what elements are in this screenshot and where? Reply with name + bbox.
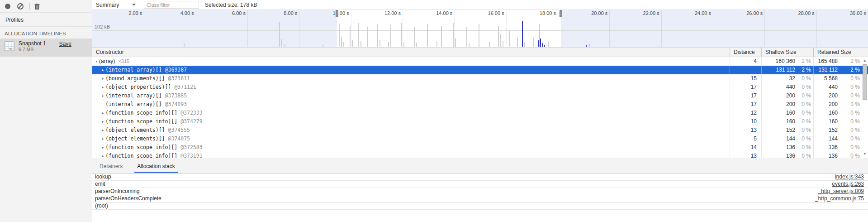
scrollbar-thumb[interactable] [863, 64, 867, 100]
retained-size-cell: 5 5680 % [813, 74, 868, 83]
timeline-gridline [351, 10, 351, 47]
allocation-bar [542, 43, 543, 47]
retained-size-cell: 1360 % [813, 152, 868, 158]
retained-size-cell: 1360 % [813, 143, 868, 152]
source-location-link[interactable]: events.js:263 [832, 181, 864, 187]
table-row[interactable]: ▸(function scope info)[]@372583141360 %1… [92, 143, 868, 152]
vertical-scrollbar[interactable]: ▲ ▼ [862, 57, 868, 158]
shallow-size-value: 32 [762, 74, 795, 83]
retained-size-value: 200 [814, 100, 838, 109]
expander-icon[interactable]: ▸ [100, 109, 105, 117]
stack-frame-row: parserOnIncoming_http_server.js:809 [92, 188, 868, 195]
class-filter-input[interactable] [144, 1, 199, 9]
snapshot-text: Snapshot 1 6.7 MB [19, 40, 46, 57]
timeline-gridline [506, 10, 507, 47]
shallow-size-percent: 0 % [795, 152, 813, 158]
tab-retainers[interactable]: Retainers [97, 163, 125, 173]
expander-icon[interactable]: ▸ [100, 92, 105, 100]
expander-icon[interactable]: ▸ [100, 74, 105, 83]
shallow-size-percent: 2 % [795, 66, 813, 74]
column-header-shallow-size[interactable]: Shallow Size [761, 48, 813, 57]
distance-cell: 10 [730, 117, 761, 126]
object-id: @371121 [174, 83, 196, 92]
table-row[interactable]: ▸(internal array)[]@369387–131 1122 %131… [92, 66, 868, 74]
allocation-bar [343, 42, 344, 47]
time-tick-label: 28.00 s [789, 10, 815, 16]
table-row[interactable]: ▸(object elements)[]@374555131520 %1520 … [92, 126, 868, 135]
time-tick-label: 4.00 s [169, 10, 194, 16]
selection-handle-right[interactable] [560, 10, 562, 17]
time-tick-label: 6.00 s [220, 10, 246, 16]
profiles-panel-title: Profiles [0, 13, 92, 27]
expander-icon[interactable]: ▾ [94, 57, 99, 66]
expander-icon[interactable]: ▸ [100, 117, 105, 126]
perspective-dropdown[interactable]: Summary [92, 2, 140, 8]
retained-size-value: 160 [814, 109, 838, 117]
expander-icon[interactable]: ▸ [100, 83, 105, 92]
shallow-size-cell: 1600 % [761, 109, 813, 117]
column-header-retained-size[interactable]: Retained Size [813, 48, 868, 57]
table-row[interactable]: ▸(function scope info)[]@372333121600 %1… [92, 109, 868, 117]
expander-icon[interactable]: ▸ [100, 126, 105, 135]
source-location-link[interactable]: _http_server.js:809 [818, 188, 864, 194]
table-row[interactable]: ▸(object properties)[]@371121174400 %440… [92, 83, 868, 92]
distance-cell: 15 [730, 74, 761, 83]
chevron-down-icon [132, 4, 136, 6]
source-location-link[interactable]: index.js:343 [835, 174, 864, 180]
profiles-sidebar: Profiles ALLOCATION TIMELINES % Snapshot… [0, 0, 92, 222]
shallow-size-cell: 2000 % [761, 92, 813, 100]
table-row[interactable]: (internal array)[]@374093172000 %2000 % [92, 100, 868, 109]
save-link[interactable]: Save [59, 41, 71, 47]
constructor-cell: ▸(internal array)[]@369387 [92, 66, 730, 74]
record-icon[interactable] [5, 4, 10, 9]
table-row[interactable]: ▾(array)×3154160 3602 %165 4882 % [92, 57, 868, 66]
expander-icon[interactable]: ▸ [100, 143, 105, 152]
table-row[interactable]: ▸(bound arguments)[]@37361115320 %5 5680… [92, 74, 868, 83]
shallow-size-percent: 0 % [795, 135, 813, 143]
shallow-size-value: 200 [762, 100, 795, 109]
source-location-link[interactable]: _http_common.js:75 [815, 195, 864, 202]
shallow-size-cell: 1600 % [761, 117, 813, 126]
shallow-size-cell: 4400 % [761, 83, 813, 92]
selection-handle-left[interactable] [336, 10, 338, 17]
overview-timeline[interactable]: 102 kB 2.00 s4.00 s6.00 s8.00 s10.00 s12… [92, 10, 868, 47]
time-tick-label: 2.00 s [117, 10, 142, 16]
expander-icon[interactable]: ▸ [100, 152, 105, 158]
table-row[interactable]: ▸(function scope info)[]@373191131360 %1… [92, 152, 868, 158]
constructor-cell: (internal array)[]@374093 [92, 100, 730, 109]
shallow-size-value: 160 [762, 109, 795, 117]
tab-allocation-stack[interactable]: Allocation stack [134, 163, 177, 173]
table-row[interactable]: ▸(internal array)[]@373885172000 %2000 % [92, 92, 868, 100]
allocation-bar [540, 39, 541, 47]
stack-function-name: emit [95, 181, 105, 187]
scroll-down-icon[interactable]: ▼ [862, 151, 868, 157]
constructor-name: (function scope info)[] [105, 143, 177, 152]
column-header-distance[interactable]: Distance [730, 48, 761, 57]
allocation-bar [281, 39, 282, 47]
scroll-up-icon[interactable]: ▲ [862, 58, 868, 63]
shallow-size-value: 200 [762, 92, 795, 100]
shallow-size-percent: 2 % [795, 57, 813, 66]
clear-all-icon[interactable] [17, 3, 24, 10]
allocation-bar [589, 44, 590, 47]
toolbar-separator [29, 3, 30, 10]
timeline-gridline [609, 10, 610, 47]
expander-icon[interactable]: ▸ [100, 66, 105, 74]
selected-size-label: Selected size: 178 kB [205, 2, 257, 8]
table-row[interactable]: ▸(object elements)[]@37407551440 %1440 % [92, 135, 868, 143]
constructor-cell: ▸(object elements)[]@374075 [92, 135, 730, 143]
snapshot-name: Snapshot 1 [19, 40, 46, 47]
column-header-constructor[interactable]: Constructor [92, 48, 730, 57]
instance-count: ×315 [118, 57, 129, 66]
retained-size-cell: 2000 % [813, 100, 868, 109]
allocation-bar [414, 27, 415, 47]
table-row[interactable]: ▸(function scope info)[]@374279101600 %1… [92, 117, 868, 126]
trash-icon[interactable] [34, 3, 40, 10]
allocation-bar [184, 43, 185, 47]
allocation-bar [509, 31, 510, 47]
object-id: @373885 [165, 92, 187, 100]
stack-frame-row: emitevents.js:263 [92, 181, 868, 188]
sidebar-item-snapshot[interactable]: % Snapshot 1 6.7 MB Save [0, 39, 92, 57]
timeline-gridline [713, 10, 713, 47]
expander-icon[interactable]: ▸ [100, 135, 105, 143]
